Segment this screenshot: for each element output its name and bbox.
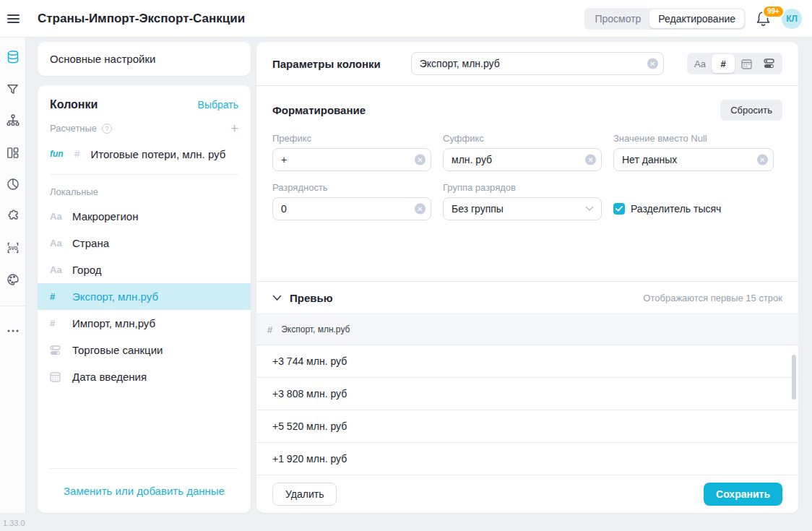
palette-icon[interactable] <box>6 272 20 287</box>
number-type-icon: # <box>267 324 272 335</box>
more-dots-icon[interactable] <box>6 324 20 338</box>
sidebar-item-label: Итоговые потери, млн. руб <box>90 148 225 160</box>
sidebar-item-city[interactable]: Aa Город <box>38 256 251 283</box>
calendar-type-icon <box>50 371 66 382</box>
sidebar-item-date[interactable]: Дата введения <box>38 363 251 390</box>
text-type-icon: Aa <box>50 264 66 275</box>
type-boolean-button[interactable] <box>758 54 781 73</box>
add-calculated-icon[interactable]: + <box>230 124 238 134</box>
save-button[interactable]: Сохранить <box>704 483 782 506</box>
function-icon: fun <box>50 149 64 159</box>
number-type-icon: # <box>74 148 80 160</box>
thousands-separator-field: Разделитель тысяч <box>613 203 774 215</box>
formatting-title: Форматирование <box>272 104 366 116</box>
filter-icon[interactable] <box>6 82 20 96</box>
sidebar-item-sanctions[interactable]: Торговые санкции <box>38 337 251 363</box>
layout-icon[interactable] <box>6 145 20 160</box>
edit-mode-button[interactable]: Редактирование <box>649 9 744 28</box>
type-date-button[interactable] <box>735 54 758 73</box>
collapse-chevron-icon[interactable] <box>272 295 282 301</box>
clear-icon[interactable]: ✕ <box>647 59 658 69</box>
rail-divider <box>0 306 26 306</box>
table-row: +5 520 млн. руб <box>256 410 798 443</box>
precision-input[interactable] <box>272 197 431 220</box>
hierarchy-icon[interactable] <box>6 113 20 128</box>
digit-group-select[interactable]: Без группы <box>443 197 602 220</box>
calculated-group-label: Расчетные <box>50 123 97 134</box>
version-label: 1.33.0 <box>3 519 25 527</box>
sidebar-item-export-selected[interactable]: # Экспорт, млн.руб <box>38 283 251 310</box>
pie-chart-icon[interactable] <box>6 177 20 191</box>
text-type-icon: Aa <box>50 238 66 249</box>
notifications-button[interactable]: 99+ <box>756 10 772 27</box>
left-icon-rail: SVG <box>0 38 26 513</box>
svg-icon[interactable]: SVG <box>6 241 20 255</box>
column-params-label: Параметры колонки <box>272 58 381 70</box>
null-value-field: Значение вместо Null ✕ <box>613 133 774 171</box>
sidebar-item-calculated[interactable]: fun # Итоговые потери, млн. руб <box>38 141 251 167</box>
replace-data-link[interactable]: Заменить или добавить данные <box>64 485 225 497</box>
preview-section: Превью Отображаются первые 15 строк # Эк… <box>256 282 798 475</box>
clear-icon[interactable]: ✕ <box>585 155 596 165</box>
preview-table-header: # Экспорт, млн.руб <box>256 314 798 345</box>
prefix-input[interactable] <box>272 148 431 171</box>
avatar[interactable]: КЛ <box>782 9 802 29</box>
clear-icon[interactable]: ✕ <box>415 155 426 165</box>
digit-group-label: Группа разрядов <box>443 182 602 193</box>
suffix-label: Суффикс <box>443 133 602 144</box>
toggle-icon <box>764 59 775 69</box>
column-editor-panel: Параметры колонки ✕ Aa # <box>256 42 798 513</box>
svg-text:SVG: SVG <box>8 246 18 251</box>
reset-button[interactable]: Сбросить <box>720 100 782 121</box>
table-row: +3 808 млн. руб <box>256 378 798 410</box>
top-bar: Страны-Импорт-Экспорт-Санкции Просмотр Р… <box>0 0 812 38</box>
calculated-group-row: Расчетные ? + <box>38 123 251 134</box>
local-group-row: Локальные <box>38 185 251 197</box>
page-title: Страны-Импорт-Экспорт-Санкции <box>38 12 245 26</box>
menu-icon[interactable] <box>0 0 26 38</box>
columns-panel: Колонки Выбрать Расчетные ? + fun # Итог… <box>38 85 251 513</box>
delete-button[interactable]: Удалить <box>272 483 337 506</box>
column-params-header: Параметры колонки ✕ Aa # <box>256 42 798 86</box>
preview-title: Превью <box>290 292 333 304</box>
thousands-separator-label: Разделитель тысяч <box>631 203 721 215</box>
puzzle-icon[interactable] <box>6 209 20 223</box>
sidebar-item-country[interactable]: Aa Страна <box>38 230 251 256</box>
calendar-icon <box>741 59 752 69</box>
number-type-icon: # <box>50 318 66 329</box>
preview-note: Отображаются первые 15 строк <box>643 293 782 303</box>
database-icon[interactable] <box>6 50 20 64</box>
sidebar-item-macroregion[interactable]: Aa Макрорегион <box>38 203 251 230</box>
suffix-field: Суффикс ✕ <box>443 133 602 171</box>
sidebar-divider <box>50 174 238 175</box>
suffix-input[interactable] <box>443 148 602 171</box>
text-type-icon: Aa <box>50 211 66 222</box>
editor-footer: Удалить Сохранить <box>256 475 798 513</box>
main-settings-card[interactable]: Основные настройки <box>38 42 251 76</box>
precision-field: Разрядность ✕ <box>272 182 431 220</box>
column-type-switcher: Aa # <box>687 53 782 74</box>
select-columns-link[interactable]: Выбрать <box>198 99 238 111</box>
thousands-separator-checkbox[interactable] <box>613 203 625 215</box>
number-type-icon: # <box>50 291 66 302</box>
clear-icon[interactable]: ✕ <box>757 155 768 165</box>
clear-icon[interactable]: ✕ <box>415 204 426 215</box>
main-settings-label: Основные настройки <box>50 53 155 65</box>
table-row: +3 744 млн. руб <box>256 345 798 378</box>
null-value-input[interactable] <box>613 148 774 171</box>
view-mode-button[interactable]: Просмотр <box>586 9 649 28</box>
scrollbar-thumb[interactable] <box>792 355 796 400</box>
help-icon[interactable]: ? <box>102 124 112 134</box>
column-name-input[interactable] <box>411 52 664 75</box>
table-row: +1 920 млн. руб <box>256 443 798 475</box>
type-number-button[interactable]: # <box>712 54 735 73</box>
prefix-label: Префикс <box>272 133 431 144</box>
formatting-section: Форматирование Сбросить Префикс ✕ Суффик… <box>256 86 798 282</box>
prefix-field: Префикс ✕ <box>272 133 431 171</box>
local-group-label: Локальные <box>50 186 98 197</box>
preview-column-header: Экспорт, млн.руб <box>281 324 350 334</box>
sidebar-item-import[interactable]: # Импорт, млн,руб <box>38 310 251 337</box>
type-text-button[interactable]: Aa <box>688 54 712 73</box>
mode-toggle: Просмотр Редактирование <box>584 8 746 30</box>
chevron-down-icon <box>585 206 594 212</box>
